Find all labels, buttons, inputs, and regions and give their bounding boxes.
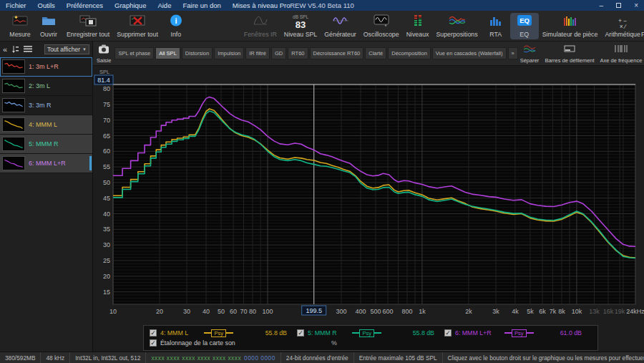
- sort-icon[interactable]: [11, 45, 19, 54]
- graph-toolbar: Saisie SPL et phase All SPL Distorsion I…: [93, 42, 644, 66]
- minimize-button[interactable]: –: [600, 2, 604, 9]
- room-sim-icon: [561, 14, 580, 29]
- tab-rt60-decay[interactable]: Décroissance RT60: [310, 47, 364, 59]
- eq-button[interactable]: EQ EQ: [510, 13, 539, 39]
- tab-impulse[interactable]: Impulsion: [214, 47, 244, 59]
- close-button[interactable]: ×: [634, 2, 638, 9]
- tab-filtered-ir[interactable]: IR filtré: [245, 47, 270, 59]
- menu-graph[interactable]: Graphique: [114, 1, 146, 9]
- svg-text:1k: 1k: [419, 308, 426, 315]
- svg-text:50: 50: [103, 179, 110, 186]
- svg-text:70: 70: [103, 117, 110, 124]
- separate-button[interactable]: Séparer: [518, 44, 542, 64]
- measurement-row-1[interactable]: 1: 3m L+R: [0, 57, 92, 77]
- menu-file[interactable]: Fichier: [6, 1, 26, 9]
- tab-spl-phase[interactable]: SPL et phase: [114, 47, 154, 59]
- hint-text: Cliquez avec le bouton droit sur le grap…: [443, 352, 644, 363]
- svg-text:300: 300: [336, 308, 346, 315]
- measurement-row-5[interactable]: 5: MMM R: [0, 135, 92, 154]
- legend-entry-1: ✓ 4: MMM L Psy 55.8 dB: [150, 329, 297, 337]
- scrollbars-button[interactable]: Barres de défilement: [542, 44, 596, 64]
- overlays-button[interactable]: Superpositions: [432, 13, 481, 39]
- eq-icon: EQ: [517, 14, 532, 29]
- trace-thumbnail: [2, 156, 25, 170]
- svg-text:75: 75: [103, 101, 110, 108]
- trace-checkbox[interactable]: ✓: [297, 329, 304, 337]
- svg-text:80: 80: [103, 85, 110, 92]
- tab-waterfall[interactable]: Vue en cascades (Waterfall): [432, 47, 507, 59]
- title-bar: Fichier Outils Préférences Graphique Aid…: [0, 0, 644, 11]
- open-button[interactable]: Ouvrir: [34, 13, 63, 39]
- rta-button[interactable]: RTA: [482, 13, 510, 39]
- room-sim-button[interactable]: Simulateur de pièce: [539, 13, 602, 39]
- svg-text:15: 15: [103, 289, 110, 296]
- menu-donate[interactable]: Faire un don: [182, 1, 220, 9]
- measurement-row-4[interactable]: 4: MMM L: [0, 115, 92, 135]
- save-icon: [79, 14, 97, 29]
- trace-thumbnail: [2, 79, 25, 93]
- soundcard-cal-checkbox[interactable]: ✓: [150, 339, 157, 347]
- maximize-button[interactable]: [616, 3, 621, 8]
- max-input-level: Entrée maximale 105 dB SPL: [354, 352, 443, 363]
- levels-icon: [411, 14, 424, 29]
- trace-level: 61.0 dB: [560, 329, 582, 337]
- tab-all-spl[interactable]: All SPL: [155, 47, 180, 59]
- smoothing-swatch[interactable]: Psy: [204, 329, 233, 337]
- generator-button[interactable]: Générateur: [321, 13, 360, 39]
- tab-gd[interactable]: GD: [271, 47, 286, 59]
- spl-meter-button[interactable]: dB SPL 83 Niveau SPL: [280, 13, 321, 39]
- tab-rt60[interactable]: RT60: [288, 47, 308, 59]
- svg-text:500: 500: [370, 308, 381, 315]
- svg-text:600: 600: [382, 308, 393, 315]
- trace-legend: ✓ 4: MMM L Psy 55.8 dB ✓ 5: MMM R Psy 55…: [143, 325, 598, 351]
- svg-text:i: i: [175, 16, 177, 24]
- separate-icon: [522, 44, 537, 57]
- svg-text:✦: ✦: [14, 14, 19, 21]
- svg-text:81.4: 81.4: [97, 77, 110, 84]
- rta-icon: [489, 14, 503, 29]
- freq-axis-button[interactable]: Axe de fréquence: [598, 44, 644, 64]
- spl-meter-icon: dB SPL 83: [293, 15, 308, 29]
- measure-button[interactable]: ✦ Mesure: [6, 13, 34, 39]
- svg-text:199.5: 199.5: [306, 307, 322, 314]
- levels-button[interactable]: Niveaux: [403, 13, 433, 39]
- arithmetic-button[interactable]: + − × ∕ Arithmétique: [601, 13, 643, 39]
- trace-checkbox[interactable]: ✓: [444, 329, 452, 337]
- oscilloscope-button[interactable]: Oscilloscope: [360, 13, 403, 39]
- trace-checkbox[interactable]: ✓: [150, 329, 157, 337]
- svg-text:40: 40: [203, 308, 210, 315]
- measurement-row-6[interactable]: 6: MMM L+R: [0, 154, 92, 173]
- menu-help[interactable]: Aide: [157, 1, 171, 9]
- input-bit-depth: 24-bit données d'entrée: [281, 352, 354, 363]
- memory-usage: 380/592MB: [0, 352, 41, 363]
- svg-text:35: 35: [103, 226, 110, 233]
- list-menu-icon[interactable]: [24, 46, 32, 54]
- menu-preferences[interactable]: Préférences: [67, 1, 103, 9]
- tab-decomposition[interactable]: Décomposition: [388, 47, 431, 59]
- capture-button[interactable]: Saisie: [94, 44, 113, 64]
- svg-text:30: 30: [103, 241, 110, 248]
- freq-axis-icon: [614, 44, 628, 57]
- svg-text:2k: 2k: [465, 308, 472, 315]
- ir-windows-icon: [253, 14, 268, 29]
- info-icon: i: [170, 14, 182, 29]
- filter-dropdown[interactable]: Tout afficher ▼: [44, 44, 89, 54]
- delete-all-button[interactable]: Supprimer tout: [113, 13, 162, 39]
- save-all-button[interactable]: Enregistrer tout: [63, 13, 113, 39]
- measurement-row-2[interactable]: 2: 3m L: [0, 77, 92, 96]
- info-button[interactable]: i Info: [162, 13, 190, 39]
- menu-upgrades[interactable]: Mises à niveau Pro: [233, 1, 291, 9]
- menu-tools[interactable]: Outils: [38, 1, 55, 9]
- tabs-overflow-button[interactable]: »: [508, 47, 518, 59]
- tab-distortion[interactable]: Distorsion: [182, 47, 213, 59]
- spl-chart[interactable]: SPL8075706560555045403530252015102030405…: [93, 66, 644, 318]
- measurement-row-3[interactable]: 3: 3m R: [0, 96, 92, 115]
- svg-text:55: 55: [103, 163, 110, 170]
- smoothing-swatch[interactable]: Psy: [352, 329, 381, 337]
- smoothing-swatch[interactable]: Psy: [504, 329, 534, 337]
- svg-text:20: 20: [156, 308, 163, 315]
- collapse-panel-icon[interactable]: «: [3, 46, 7, 54]
- svg-text:65: 65: [103, 132, 110, 140]
- tab-clarity[interactable]: Clarté: [365, 47, 386, 59]
- io-format: Int32L in, Int32L out, 512: [70, 352, 146, 363]
